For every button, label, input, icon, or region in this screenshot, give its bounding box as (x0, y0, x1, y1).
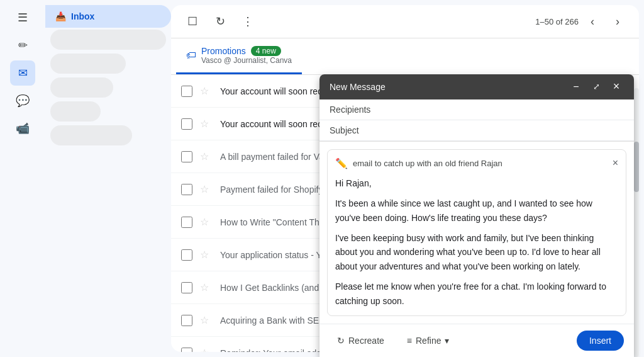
email-checkbox[interactable] (181, 151, 192, 162)
promotions-tab-subtitle: Vasco @ Journalist, Canva (201, 56, 292, 65)
ai-prompt-text: email to catch up with an old friend Raj… (353, 159, 502, 168)
email-checkbox[interactable] (181, 249, 192, 261)
compose-window: New Message − ⤢ × Recipients Subject ✏️ … (319, 74, 634, 357)
star-icon[interactable]: ☆ (200, 150, 213, 162)
ai-pencil-icon: ✏️ (335, 157, 348, 170)
ai-body: Hi Rajan, It's been a while since we las… (335, 176, 618, 308)
ai-suggestion-box: ✏️ email to catch up with an old friend … (327, 149, 626, 316)
ai-paragraph-2: It's been a while since we last caught u… (335, 196, 618, 225)
select-checkbox-button[interactable]: ☐ (181, 10, 204, 33)
star-icon[interactable]: ☆ (200, 281, 213, 293)
minimize-button[interactable]: − (569, 79, 584, 94)
ai-paragraph-4: Please let me know when you're free for … (335, 280, 618, 308)
sidebar: ☰ ✏ ✉ 💬 📹 (0, 0, 45, 357)
ai-footer: ↻ Recreate ≡ Refine ▾ Insert (319, 324, 634, 357)
category-tabs: 🏷 Promotions 4 new Vasco @ Journalist, C… (171, 38, 639, 75)
close-compose-button[interactable]: × (609, 79, 624, 94)
email-checkbox[interactable] (181, 118, 192, 130)
promotions-tab-label: Promotions (201, 46, 246, 56)
compose-title: New Message (330, 82, 386, 92)
ai-suggestion-header: ✏️ email to catch up with an old friend … (335, 157, 618, 170)
toolbar-right: 1–50 of 266 ‹ › (535, 10, 629, 33)
nav-blurred-1 (50, 30, 166, 50)
email-checkbox[interactable] (181, 348, 192, 353)
star-icon[interactable]: ☆ (200, 85, 213, 97)
refresh-button[interactable]: ↻ (209, 10, 231, 33)
nav-blurred-4 (50, 101, 101, 122)
compose-header: New Message − ⤢ × (319, 74, 634, 99)
recreate-icon: ↻ (337, 336, 345, 346)
nav-blurred-2 (50, 54, 126, 74)
more-options-button[interactable]: ⋮ (236, 10, 259, 33)
tab-promotions[interactable]: 🏷 Promotions 4 new Vasco @ Journalist, C… (176, 38, 302, 74)
scrollbar-track (634, 88, 639, 357)
email-checkbox[interactable] (181, 282, 192, 293)
subject-field[interactable]: Subject (319, 120, 634, 141)
toolbar-left: ☐ ↻ ⋮ (181, 10, 259, 33)
inbox-icon: 📥 (55, 11, 66, 21)
nav-item-inbox[interactable]: 📥 Inbox (45, 5, 171, 28)
email-toolbar: ☐ ↻ ⋮ 1–50 of 266 ‹ › (171, 5, 639, 38)
refine-chevron-icon: ▾ (445, 336, 449, 346)
sidebar-menu-icon[interactable]: ☰ (10, 5, 35, 30)
star-icon[interactable]: ☆ (200, 216, 213, 228)
sidebar-meet-icon[interactable]: 📹 (10, 116, 35, 141)
nav-blurred-5 (50, 125, 132, 145)
pagination-text: 1–50 of 266 (535, 17, 579, 26)
ai-paragraph-1: Hi Rajan, (335, 176, 618, 190)
maximize-button[interactable]: ⤢ (589, 79, 604, 94)
recreate-button[interactable]: ↻ Recreate (330, 332, 392, 349)
recipients-field[interactable]: Recipients (319, 99, 634, 120)
newer-page-button[interactable]: ‹ (581, 10, 604, 33)
star-icon[interactable]: ☆ (200, 183, 213, 195)
star-icon[interactable]: ☆ (200, 314, 213, 326)
star-icon[interactable]: ☆ (200, 347, 213, 352)
promotions-tag-icon: 🏷 (186, 50, 196, 61)
ai-close-button[interactable]: × (613, 157, 618, 169)
sidebar-compose-icon[interactable]: ✏ (10, 33, 35, 58)
ai-paragraph-3: I've been keeping busy with work and fam… (335, 231, 618, 273)
insert-button[interactable]: Insert (577, 331, 624, 351)
compose-fields: Recipients Subject (319, 99, 634, 142)
scrollbar-thumb[interactable] (634, 142, 639, 192)
sidebar-mail-icon[interactable]: ✉ (10, 60, 35, 86)
star-icon[interactable]: ☆ (200, 118, 213, 130)
new-badge: 4 new (251, 46, 281, 56)
email-checkbox[interactable] (181, 86, 192, 97)
email-checkbox[interactable] (181, 184, 192, 195)
compose-header-actions: − ⤢ × (569, 79, 624, 94)
older-page-button[interactable]: › (606, 10, 629, 33)
refine-icon: ≡ (407, 336, 412, 346)
email-checkbox[interactable] (181, 315, 192, 326)
left-nav: 📥 Inbox (45, 0, 171, 357)
refine-button[interactable]: ≡ Refine ▾ (399, 332, 457, 349)
email-checkbox[interactable] (181, 217, 192, 228)
nav-blurred-3 (50, 77, 113, 98)
ai-footer-left: ↻ Recreate ≡ Refine ▾ (330, 332, 457, 349)
star-icon[interactable]: ☆ (200, 249, 213, 261)
sidebar-chat-icon[interactable]: 💬 (10, 88, 35, 113)
